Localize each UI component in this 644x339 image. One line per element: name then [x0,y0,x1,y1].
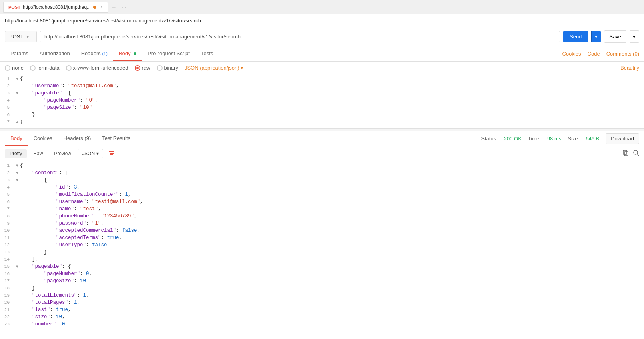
tab-tests[interactable]: Tests [195,46,219,61]
request-code-line: 2 "username": "test1@mail.com", [0,83,644,90]
line-number: 7 [0,207,14,211]
line-number: 14 [0,257,14,262]
active-tab[interactable]: POST http://localhost:8081/jumptheq... × [3,2,108,13]
resp-tab-headers[interactable]: Headers (9) [58,131,97,146]
radio-binary[interactable]: binary [157,65,178,71]
radio-binary-dot [157,65,163,71]
tab-pre-request[interactable]: Pre-request Script [142,46,195,61]
fmt-tab-raw[interactable]: Raw [28,149,48,158]
tab-close-icon[interactable]: × [100,5,103,9]
full-url-display: http://localhost:8081/jumpthequeue/servi… [5,18,201,24]
radio-raw-dot [135,65,140,71]
resp-headers-label: Headers [64,135,83,141]
send-dropdown-button[interactable]: ▾ [591,31,601,42]
fmt-tab-pretty[interactable]: Pretty [5,149,27,158]
radio-urlencoded[interactable]: x-www-form-urlencoded [66,65,128,71]
collapse-arrow[interactable]: ▼ [14,265,20,269]
radio-urlencoded-label: x-www-form-urlencoded [73,65,128,71]
resp-tab-test-results[interactable]: Test Results [96,131,136,146]
line-content: "totalPages": 1, [20,300,644,305]
line-content: "content": [ [20,170,644,176]
method-select[interactable]: POST ▾ [5,31,37,42]
resp-tab-cookies[interactable]: Cookies [28,131,58,146]
line-content: "userType": false [20,242,644,248]
line-content: "acceptedCommercial": false, [20,228,644,233]
time-value: 98 ms [547,136,561,142]
line-content: } [20,112,644,118]
save-button[interactable]: Save [604,30,626,43]
size-label: Size: [568,136,579,142]
radio-none[interactable]: none [5,65,24,71]
fmt-tab-preview[interactable]: Preview [49,149,76,158]
line-content: } [20,119,644,125]
beautify-button[interactable]: Beautify [620,65,639,71]
json-format-label: JSON [82,151,95,156]
json-type-selector[interactable]: JSON (application/json) ▾ [185,65,244,71]
line-content: "totalElements": 1, [20,293,644,298]
request-bar: POST ▾ Send ▾ Save ▾ [0,27,644,46]
filter-icon[interactable] [108,150,115,158]
radio-form-data[interactable]: form-data [30,65,60,71]
response-code-line: 3 ▼ { [0,177,644,185]
line-content: "pageNumber": 0, [20,271,644,277]
tab-body[interactable]: Body [113,46,142,61]
request-code-line: 1 ▼ { [0,76,644,83]
code-link[interactable]: Code [588,51,600,57]
json-format-chevron-icon: ▾ [96,151,99,156]
line-content: ], [20,257,644,262]
line-number: 1 [0,163,14,168]
download-button[interactable]: Download [606,133,639,144]
collapse-arrow[interactable]: ▼ [14,77,20,81]
request-code-editor[interactable]: 1 ▼ { 2 "username": "test1@mail.com", 3 … [0,74,644,129]
headers-badge: (1) [102,51,107,56]
copy-response-button[interactable] [622,150,629,158]
line-content: "password": "1", [20,221,644,226]
tab-body-label: Body [119,50,131,56]
status-label: Status: [481,136,497,142]
response-code-line: 18 }, [0,285,644,293]
collapse-arrow[interactable]: ▼ [14,91,20,96]
response-code-line: 16 "pageNumber": 0, [0,271,644,278]
json-format-selector[interactable]: JSON ▾ [78,149,103,158]
line-content: "username": "test1@mail.com", [20,199,644,205]
radio-binary-label: binary [164,65,178,71]
tab-bar: POST http://localhost:8081/jumptheq... ×… [0,0,644,14]
response-format-bar: Pretty Raw Preview JSON ▾ [0,146,644,161]
response-code-line: 17 "pageSize": 10 [0,278,644,285]
send-button[interactable]: Send [563,31,588,42]
tab-url: http://localhost:8081/jumptheq... [23,4,91,10]
tab-unsaved-dot [93,6,96,9]
response-code-line: 20 "totalPages": 1, [0,300,644,307]
resp-tab-body[interactable]: Body [5,131,28,146]
request-code-line: 3 ▼ "pageable": { [0,90,644,98]
cookies-link[interactable]: Cookies [562,51,581,57]
collapse-arrow[interactable]: ▲ [14,120,20,124]
comments-link[interactable]: Comments (0) [606,51,639,57]
line-content: "phoneNumber": "123456789", [20,213,644,219]
new-tab-button[interactable]: + [110,4,118,11]
tab-headers[interactable]: Headers (1) [76,46,113,61]
collapse-arrow[interactable]: ▼ [14,171,20,175]
line-number: 17 [0,279,14,283]
more-tabs-button[interactable]: ··· [120,4,128,11]
collapse-arrow[interactable]: ▼ [14,164,20,168]
method-chevron-icon: ▾ [26,34,29,40]
collapse-arrow[interactable]: ▼ [14,178,20,183]
response-code-line: 7 "name": "test", [0,206,644,213]
radio-raw-label: raw [142,65,150,71]
search-response-button[interactable] [633,150,639,158]
tab-authorization[interactable]: Authorization [34,46,76,61]
line-content: }, [20,285,644,291]
size-value: 646 B [586,136,599,142]
radio-none-dot [5,65,10,71]
line-number: 11 [0,235,14,240]
radio-raw[interactable]: raw [135,65,150,71]
url-input[interactable] [40,31,560,42]
resp-headers-badge: (9) [84,135,91,141]
line-number: 4 [0,185,14,190]
save-dropdown-button[interactable]: ▾ [630,30,639,43]
request-code-line: 6 } [0,112,644,119]
line-content: "pageable": { [20,264,644,269]
tab-headers-label: Headers [81,50,101,56]
tab-params[interactable]: Params [5,46,34,61]
